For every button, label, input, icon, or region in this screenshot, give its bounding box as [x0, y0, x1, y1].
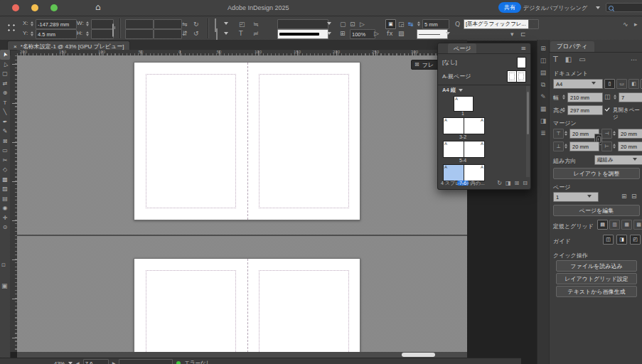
edit-spread-icon[interactable]: ↻ [497, 181, 502, 186]
free-transform-tool[interactable]: ◇ [0, 165, 10, 175]
add-page-icon[interactable]: ⊞ [621, 193, 627, 200]
margin-inside-field[interactable]: 20 mm [618, 129, 642, 139]
margin-outside-field[interactable]: 20 mm [618, 141, 642, 151]
line-tool[interactable]: ╲ [0, 107, 10, 117]
import-file-button[interactable]: ファイルを読み込み [556, 260, 637, 272]
rectangle-tool[interactable]: ▭ [0, 146, 10, 156]
opacity-field[interactable]: 100% [350, 29, 375, 39]
scale-x-field[interactable] [125, 19, 154, 29]
margin-bottom-stepper[interactable] [564, 141, 568, 150]
zoom-level-field[interactable]: 43% [54, 360, 65, 364]
orientation-portrait-icon[interactable]: ▯ [604, 79, 615, 89]
constrain-proportions-icon[interactable] [112, 23, 114, 37]
page-number-field[interactable]: 7-6 [83, 359, 109, 364]
effects-icon[interactable]: ≣ [537, 130, 549, 136]
page-1-thumbnail[interactable]: A [454, 96, 474, 112]
width-field[interactable]: 210 mm [567, 92, 603, 102]
y-stepper[interactable] [30, 29, 34, 38]
pages-icon[interactable]: ◫ [537, 58, 549, 64]
home-icon[interactable]: ⌂ [95, 3, 101, 11]
edit-pages-button[interactable]: ページを編集 [553, 205, 640, 216]
rotation-field[interactable] [154, 19, 182, 29]
text-styles-icon[interactable]: ◨ [537, 118, 549, 124]
stroke-style-combo[interactable] [277, 29, 328, 39]
margin-inside-stepper[interactable] [612, 129, 616, 137]
panel-menu-icon[interactable]: ≡ [520, 46, 526, 52]
pages-panel-tab[interactable]: ページ [448, 43, 476, 54]
formatting-container-icon[interactable]: ◰ [239, 21, 245, 28]
gap-tool-icon[interactable]: ↹ [408, 21, 414, 28]
current-page-combo[interactable]: 1 [553, 192, 599, 202]
object-style-chevron[interactable] [528, 19, 539, 29]
rectangle-frame-tool[interactable]: ⊠ [0, 136, 10, 146]
height-field[interactable]: 297 mm [567, 105, 603, 115]
rotate-90-cw-icon[interactable]: ↻ [193, 21, 199, 28]
opacity-apply-icon[interactable]: ▷ [374, 31, 379, 37]
stroke-cap-icon[interactable]: ≓ [253, 31, 259, 37]
flip-vertical-icon[interactable]: ⇵ [182, 31, 188, 37]
gap-tool[interactable]: ⇄ [0, 79, 10, 89]
corner-options-icon[interactable]: ▢ [340, 21, 346, 28]
gap-stepper[interactable] [417, 19, 421, 28]
flip-horizontal-icon[interactable]: ⇋ [182, 21, 188, 28]
effects-icon[interactable]: fx [387, 31, 393, 37]
stroke-dropdown-icon[interactable] [224, 32, 228, 35]
corner-shape-icon[interactable]: ⊡ [350, 21, 355, 28]
page-transition-icon[interactable]: ◨ [505, 181, 511, 186]
master-a-thumbnail[interactable] [507, 70, 526, 82]
links-icon[interactable]: ⧉ [537, 82, 549, 88]
quick-apply-icon[interactable]: ⊏ [520, 31, 526, 38]
share-button[interactable]: 共有 [498, 2, 521, 13]
zoom-tool[interactable]: ⊙ [0, 223, 10, 232]
opacity-icon[interactable]: ⊞ [340, 31, 346, 37]
width-stepper[interactable] [562, 92, 566, 101]
object-style-combo[interactable]: [基本グラフィックフレ... [464, 19, 530, 29]
spread-5-4-label[interactable]: 5-4 [443, 158, 483, 163]
close-window-button[interactable] [12, 4, 19, 11]
style-search-icon[interactable]: Q [455, 21, 460, 28]
page-tool[interactable]: ▢ [0, 69, 10, 79]
pen-tool[interactable]: ✒ [0, 117, 10, 127]
stroke-weight-combo[interactable] [277, 19, 328, 29]
spread-2[interactable] [134, 258, 360, 352]
h-field[interactable] [91, 29, 114, 39]
gradient-swatch-tool[interactable]: ▩ [0, 175, 10, 185]
stroke-align-icon[interactable]: ≒ [253, 21, 259, 28]
layout-grid-icon[interactable]: ▩ [633, 220, 642, 230]
baseline-grid-icon[interactable]: ▥ [609, 220, 620, 230]
margin-bottom-field[interactable]: 20 mm [569, 141, 599, 151]
page-target-icon[interactable]: ◧ [565, 56, 572, 63]
gradient-feather-tool[interactable]: ▨ [0, 184, 10, 194]
spread-5-4-thumbnail[interactable]: AA [443, 141, 485, 158]
height-stepper[interactable] [562, 105, 566, 114]
text-to-image-button[interactable]: テキストから画像生成 [556, 286, 637, 297]
orientation-landscape-icon[interactable]: ▭ [616, 79, 627, 89]
shear-field[interactable] [154, 29, 182, 39]
pages-panel-scrollbar[interactable] [526, 86, 530, 177]
delete-page-icon[interactable]: ⊟ [523, 181, 528, 186]
workspace-switcher[interactable]: デジタルパブリッシング [523, 4, 587, 12]
more-options-icon[interactable]: ⋯ [631, 57, 637, 63]
lock-guides-icon[interactable]: ◨ [616, 235, 627, 245]
zoom-window-button[interactable] [50, 4, 58, 11]
pages-count-field[interactable]: 7 [619, 92, 642, 102]
drop-shadow-icon[interactable]: ▧ [398, 31, 405, 37]
lightning-icon[interactable]: ∿ [623, 21, 628, 28]
adjust-layout-button[interactable]: レイアウトを調整 [553, 168, 640, 179]
master-none-thumbnail[interactable] [517, 57, 526, 68]
page-1-label[interactable]: 1 [443, 111, 483, 116]
scale-y-field[interactable] [125, 29, 154, 39]
swatches-icon[interactable]: ▦ [537, 106, 549, 112]
master-a-row[interactable]: A-親ページ [442, 70, 526, 83]
preflight-profile-combo[interactable] [119, 359, 173, 364]
layers-icon[interactable]: ▤ [537, 70, 549, 76]
x-field[interactable]: -147.289 mm [36, 19, 77, 29]
pencil-tool[interactable]: ✎ [0, 127, 10, 136]
cc-libraries-icon[interactable]: ⊞ [537, 46, 549, 52]
canvas[interactable]: ⊠ フレ [17, 55, 467, 352]
fit-frame-icon[interactable]: ▣ [385, 19, 396, 29]
spread-3-2-thumbnail[interactable]: AA [443, 117, 485, 134]
tab-close-icon[interactable]: × [14, 43, 17, 50]
previous-page-icon[interactable]: ◀ [76, 361, 80, 364]
color-theme-tool[interactable]: ◉ [0, 203, 10, 213]
